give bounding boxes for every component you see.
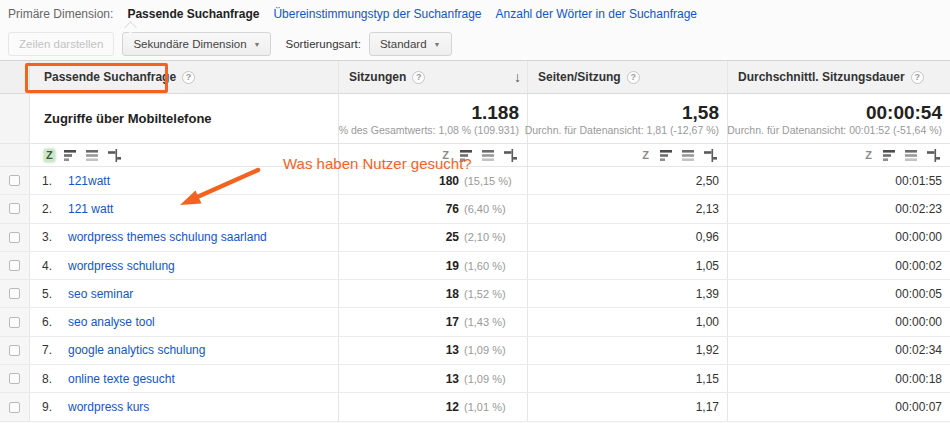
row-checkbox-cell bbox=[0, 252, 30, 279]
avg-duration-value: 00:00:18 bbox=[895, 372, 942, 386]
row-checkbox[interactable] bbox=[9, 260, 20, 271]
column-header-sessions-label: Sitzungen bbox=[349, 70, 406, 84]
help-icon[interactable]: ? bbox=[412, 71, 425, 84]
avg-duration-value: 00:00:00 bbox=[895, 315, 942, 329]
percentage-bars-icon[interactable] bbox=[682, 149, 695, 162]
row-checkbox[interactable] bbox=[9, 345, 20, 356]
avg-duration-cell: 00:00:00 bbox=[727, 308, 950, 335]
avg-duration-value: 00:00:07 bbox=[895, 400, 942, 414]
sessions-value: 12 bbox=[446, 400, 459, 414]
help-icon[interactable]: ? bbox=[182, 71, 195, 84]
avg-duration-value: 00:01:55 bbox=[895, 174, 942, 188]
row-checkbox[interactable] bbox=[9, 402, 20, 413]
comparison-icon[interactable] bbox=[504, 149, 517, 162]
sessions-percent: (1,52 %) bbox=[464, 288, 519, 300]
bar-chart-icon[interactable] bbox=[660, 149, 673, 162]
column-header-pages-per-session[interactable]: Seiten/Sitzung ? bbox=[527, 61, 727, 93]
summary-pages: 1,58 Durchn. für Datenansicht: 1,81 (-12… bbox=[527, 94, 727, 143]
query-link[interactable]: wordpress schulung bbox=[68, 259, 175, 273]
pages-per-session-value: 1,15 bbox=[696, 372, 719, 386]
row-checkbox[interactable] bbox=[9, 317, 20, 328]
avg-duration-cell: 00:00:05 bbox=[727, 280, 950, 307]
query-link[interactable]: wordpress kurs bbox=[68, 400, 149, 414]
dimension-link-match-type[interactable]: Übereinstimmungstyp der Suchanfrage bbox=[273, 7, 481, 21]
table-row: 8.online texte gesucht13(1,09 %)1,1500:0… bbox=[0, 365, 950, 393]
query-link[interactable]: online texte gesucht bbox=[68, 372, 175, 386]
secondary-dimension-button[interactable]: Sekundäre Dimension ▼ bbox=[122, 32, 271, 56]
sessions-value: 13 bbox=[446, 343, 459, 357]
bar-chart-icon[interactable] bbox=[883, 149, 896, 162]
column-header-avg-duration[interactable]: Durchschnittl. Sitzungsdauer ? bbox=[727, 61, 950, 93]
sessions-percent: (2,10 %) bbox=[464, 231, 519, 243]
sessions-percent: (1,60 %) bbox=[464, 260, 519, 272]
sessions-percent: (15,15 %) bbox=[464, 175, 519, 187]
weighted-sort-icon[interactable]: Z bbox=[640, 149, 651, 162]
pages-per-session-cell: 1,39 bbox=[527, 280, 727, 307]
avg-duration-value: 00:02:34 bbox=[895, 343, 942, 357]
plot-rows-label: Zeilen darstellen bbox=[19, 38, 103, 50]
avg-duration-cell: 00:00:18 bbox=[727, 365, 950, 392]
sort-type-label: Sortierungsart: bbox=[285, 38, 360, 50]
avg-duration-cell: 00:00:07 bbox=[727, 393, 950, 420]
row-index: 2. bbox=[42, 202, 58, 216]
query-link[interactable]: seo seminar bbox=[68, 287, 133, 301]
sessions-cell: 17(1,43 %) bbox=[338, 308, 527, 335]
query-link[interactable]: wordpress themes schulung saarland bbox=[68, 230, 267, 244]
row-index: 4. bbox=[42, 259, 58, 273]
percentage-bars-icon[interactable] bbox=[86, 149, 99, 162]
avg-duration-value: 00:00:00 bbox=[895, 230, 942, 244]
comparison-icon[interactable] bbox=[927, 149, 940, 162]
query-cell: 9.wordpress kurs bbox=[30, 393, 338, 420]
dimension-selected[interactable]: Passende Suchanfrage bbox=[127, 7, 259, 21]
percentage-bars-icon[interactable] bbox=[482, 149, 495, 162]
sessions-cell: 13(1,09 %) bbox=[338, 337, 527, 364]
pages-per-session-value: 1,05 bbox=[696, 259, 719, 273]
row-checkbox-cell bbox=[0, 365, 30, 392]
query-link[interactable]: google analytics schulung bbox=[68, 343, 205, 357]
column-header-query[interactable]: Passende Suchanfrage ? bbox=[30, 61, 338, 93]
query-link[interactable]: 121watt bbox=[68, 174, 110, 188]
row-index: 9. bbox=[42, 400, 58, 414]
help-icon[interactable]: ? bbox=[627, 71, 640, 84]
comparison-icon[interactable] bbox=[108, 149, 121, 162]
avg-duration-value: 00:02:23 bbox=[895, 202, 942, 216]
query-link[interactable]: seo analyse tool bbox=[68, 315, 155, 329]
sort-desc-arrow-icon[interactable]: ↓ bbox=[514, 69, 521, 85]
sessions-percent: (1,43 %) bbox=[464, 316, 519, 328]
duration-column-icons: Z bbox=[727, 144, 950, 166]
row-checkbox[interactable] bbox=[9, 232, 20, 243]
primary-dimension-label: Primäre Dimension: bbox=[8, 7, 113, 21]
comparison-icon[interactable] bbox=[704, 149, 717, 162]
avg-duration-cell: 00:02:34 bbox=[727, 337, 950, 364]
weighted-sort-icon[interactable]: Z bbox=[863, 149, 874, 162]
avg-duration-cell: 00:00:02 bbox=[727, 252, 950, 279]
dimension-link-word-count[interactable]: Anzahl der Wörter in der Suchanfrage bbox=[496, 7, 697, 21]
column-header-sessions[interactable]: Sitzungen ? ↓ bbox=[338, 61, 527, 93]
row-checkbox[interactable] bbox=[9, 175, 20, 186]
sort-type-value: Standard bbox=[380, 38, 427, 50]
table-row: 1.121watt180(15,15 %)2,5000:01:55 bbox=[0, 167, 950, 195]
row-checkbox-cell bbox=[0, 167, 30, 194]
pages-per-session-value: 1,17 bbox=[696, 400, 719, 414]
plot-rows-button[interactable]: Zeilen darstellen bbox=[8, 32, 114, 56]
summary-duration-subtext: Durchn. für Datenansicht: 00:01:52 (-51,… bbox=[727, 124, 942, 136]
column-header-pages-label: Seiten/Sitzung bbox=[538, 70, 621, 84]
weighted-sort-icon[interactable]: Z bbox=[44, 149, 55, 162]
bar-chart-icon[interactable] bbox=[64, 149, 77, 162]
sessions-value: 19 bbox=[446, 259, 459, 273]
query-cell: 2.121 watt bbox=[30, 195, 338, 222]
query-cell: 7.google analytics schulung bbox=[30, 337, 338, 364]
sort-type-button[interactable]: Standard ▼ bbox=[369, 32, 452, 56]
column-header-duration-label: Durchschnittl. Sitzungsdauer bbox=[738, 70, 905, 84]
summary-sessions: 1.188 % des Gesamtwerts: 1,08 % (109.931… bbox=[338, 94, 527, 143]
row-checkbox[interactable] bbox=[9, 373, 20, 384]
query-cell: 5.seo seminar bbox=[30, 280, 338, 307]
help-icon[interactable]: ? bbox=[911, 71, 924, 84]
row-checkbox[interactable] bbox=[9, 288, 20, 299]
row-index: 3. bbox=[42, 230, 58, 244]
query-link[interactable]: 121 watt bbox=[68, 202, 113, 216]
row-checkbox[interactable] bbox=[9, 203, 20, 214]
percentage-bars-icon[interactable] bbox=[905, 149, 918, 162]
avg-duration-cell: 00:00:00 bbox=[727, 224, 950, 251]
row-checkbox-cell bbox=[0, 308, 30, 335]
